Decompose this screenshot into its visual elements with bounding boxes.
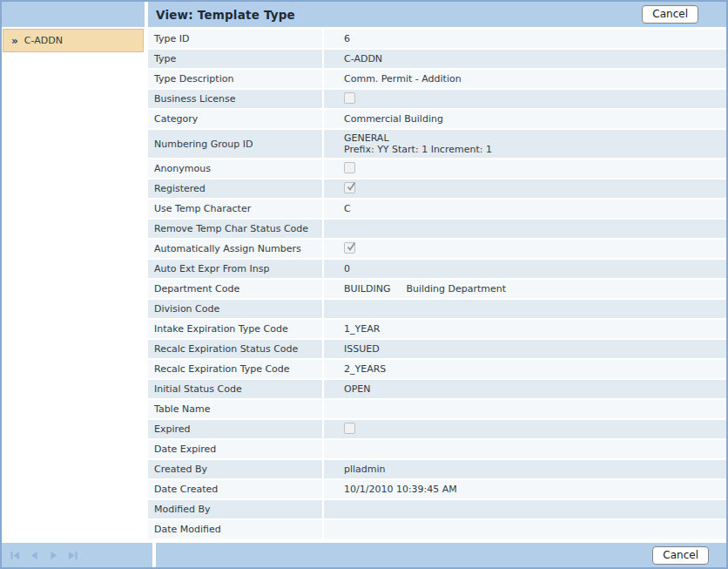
checkbox-checked-icon [344, 182, 355, 193]
field-label: Date Expired [148, 440, 322, 458]
field-label: Registered [148, 180, 322, 198]
first-page-icon[interactable] [10, 550, 21, 561]
field-label: Category [148, 110, 322, 128]
field-label: Remove Temp Char Status Code [148, 220, 322, 238]
field-value: 1_YEAR [324, 320, 726, 338]
field-value [324, 400, 726, 418]
field-value [324, 520, 726, 539]
field-label: Division Code [148, 300, 322, 318]
field-value [324, 220, 726, 238]
field-value: plladmin [324, 460, 726, 478]
footer-bar: Cancel [2, 543, 726, 567]
field-value: Comm. Permit - Addition [324, 70, 726, 88]
field-label: Type [148, 50, 322, 68]
field-row: Initial Status CodeOPEN [148, 380, 726, 398]
field-label: Type Description [148, 70, 322, 88]
field-label: Type ID [148, 30, 322, 48]
field-label: Auto Ext Expr From Insp [148, 260, 322, 278]
field-row: TypeC-ADDN [148, 50, 726, 68]
field-label: Recalc Expiration Type Code [148, 360, 322, 378]
pager-controls [2, 543, 152, 567]
field-value: ISSUED [324, 340, 726, 358]
field-row: Type DescriptionComm. Permit - Addition [148, 70, 726, 88]
field-row: Business License [148, 90, 726, 108]
double-chevron-icon: » [11, 35, 18, 47]
field-value [324, 180, 726, 198]
field-value [324, 159, 726, 178]
field-row: Date Modified [148, 520, 726, 539]
field-row: Modified By [148, 500, 726, 518]
field-value-text: 0 [344, 263, 350, 274]
field-value-text: C-ADDN [344, 53, 382, 64]
field-label: Use Temp Character [148, 200, 322, 218]
field-value: Commercial Building [324, 110, 726, 128]
field-value: GENERALPrefix: YY Start: 1 Increment: 1 [324, 130, 726, 158]
field-value-text: Comm. Permit - Addition [344, 73, 462, 85]
field-label: Modified By [148, 500, 322, 518]
field-label: Intake Expiration Type Code [148, 320, 322, 338]
cancel-button-top[interactable]: Cancel [642, 5, 698, 24]
field-value-text: OPEN [344, 383, 370, 395]
field-row: CategoryCommercial Building [148, 110, 726, 128]
field-value: C [324, 200, 726, 218]
field-value-text: C [344, 203, 351, 214]
field-value: 2_YEARS [324, 360, 726, 378]
field-row: Date Expired [148, 440, 726, 458]
field-value: 6 [324, 30, 726, 48]
field-value: OPEN [324, 380, 726, 398]
field-row: Numbering Group IDGENERALPrefix: YY Star… [148, 130, 726, 158]
template-type-window: View: Template Type Cancel » C-ADDN Type… [0, 0, 728, 569]
field-value-text: 10/1/2010 10:39:45 AM [344, 484, 457, 495]
page-title: View: Template Type [156, 8, 295, 22]
field-value-text: plladmin [344, 464, 386, 475]
footer-main: Cancel [156, 543, 726, 567]
field-row: Department CodeBUILDINGBuilding Departme… [148, 280, 726, 298]
field-value [324, 500, 726, 518]
next-page-icon[interactable] [48, 550, 59, 561]
field-label: Table Name [148, 400, 322, 418]
sidebar: » C-ADDN [2, 27, 145, 543]
field-value-text: GENERAL [344, 132, 389, 144]
checkbox-unchecked-icon [344, 423, 355, 434]
cancel-button-bottom[interactable]: Cancel [652, 546, 709, 565]
field-row: Recalc Expiration Status CodeISSUED [148, 340, 726, 358]
checkbox-unchecked-icon [344, 92, 355, 104]
field-row: Use Temp CharacterC [148, 200, 726, 218]
field-row: Registered [148, 180, 726, 198]
field-label: Numbering Group ID [148, 130, 322, 158]
field-value [324, 240, 726, 258]
field-row: Division Code [148, 300, 726, 318]
field-value [324, 300, 726, 318]
field-row: Table Name [148, 400, 726, 418]
field-row: Created Byplladmin [148, 460, 726, 478]
field-rows: Type ID6TypeC-ADDNType DescriptionComm. … [148, 27, 726, 543]
field-row: Date Created10/1/2010 10:39:45 AM [148, 480, 726, 498]
field-value: C-ADDN [324, 50, 726, 68]
header-bar: View: Template Type Cancel [2, 2, 726, 27]
field-label: Created By [148, 460, 322, 478]
field-value-secondary-text: Building Department [406, 283, 506, 295]
sidebar-item-c-addn[interactable]: » C-ADDN [3, 29, 144, 52]
field-value-text: 1_YEAR [344, 323, 380, 335]
field-value: BUILDINGBuilding Department [324, 280, 726, 298]
field-row: Auto Ext Expr From Insp0 [148, 260, 726, 278]
field-row: Expired [148, 420, 726, 438]
previous-page-icon[interactable] [29, 550, 40, 561]
checkbox-checked-icon [344, 242, 355, 254]
last-page-icon[interactable] [67, 550, 78, 561]
header-sidebar-spacer [2, 2, 145, 27]
field-label: Expired [148, 420, 322, 438]
field-value-text: Commercial Building [344, 113, 443, 125]
field-label: Date Modified [148, 520, 322, 539]
field-value: 0 [324, 260, 726, 278]
field-value-text: 6 [344, 33, 350, 44]
field-row: Automatically Assign Numbers [148, 240, 726, 258]
field-value [324, 440, 726, 458]
body-area: » C-ADDN Type ID6TypeC-ADDNType Descript… [2, 27, 726, 543]
field-label: Date Created [148, 480, 322, 498]
field-row: Remove Temp Char Status Code [148, 220, 726, 238]
field-value-line2: Prefix: YY Start: 1 Increment: 1 [344, 144, 723, 155]
field-label: Anonymous [148, 159, 322, 178]
field-value-text: ISSUED [344, 343, 380, 355]
field-label: Recalc Expiration Status Code [148, 340, 322, 358]
